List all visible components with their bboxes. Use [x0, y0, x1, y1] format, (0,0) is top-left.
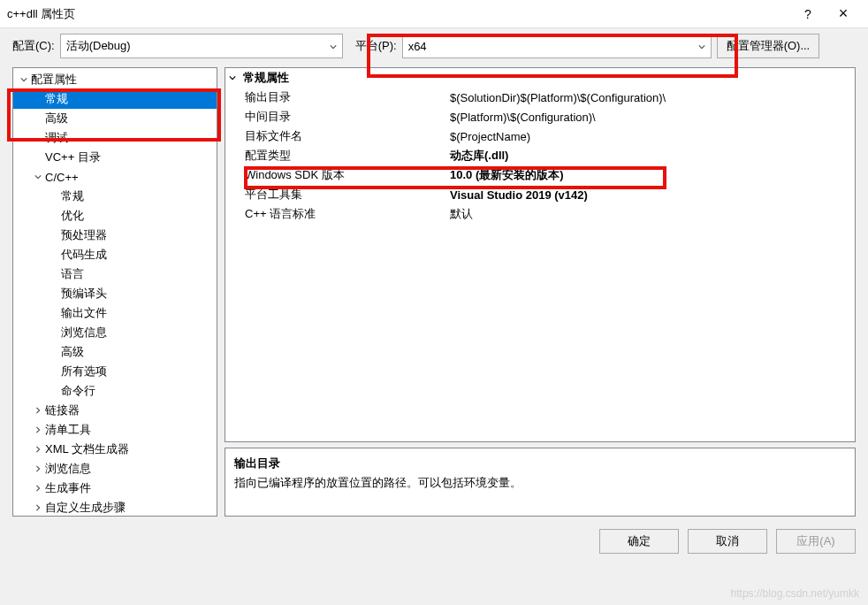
tree-item[interactable]: 配置属性 — [13, 70, 217, 89]
property-row[interactable]: C++ 语言标准默认 — [225, 204, 855, 224]
tree-item[interactable]: XML 文档生成器 — [13, 440, 217, 459]
tree-item-label: 输出文件 — [59, 305, 107, 321]
tree-item[interactable]: 常规 — [13, 187, 217, 206]
property-value: 动态库(.dll) — [445, 148, 855, 164]
tree-item[interactable]: 常规 — [13, 89, 217, 109]
tree-item[interactable]: 预编译头 — [13, 284, 217, 303]
dialog-buttons: 确定 取消 应用(A) — [0, 529, 856, 554]
tree-item-label: 浏览信息 — [43, 461, 91, 477]
ok-button[interactable]: 确定 — [599, 529, 679, 554]
property-name: 配置类型 — [225, 148, 445, 164]
property-value: 默认 — [445, 206, 855, 222]
tree-item-label: 自定义生成步骤 — [43, 500, 126, 516]
tree-item-label: 浏览信息 — [59, 325, 107, 341]
property-name: Windows SDK 版本 — [225, 167, 445, 183]
expand-icon — [33, 172, 43, 182]
right-panel: 常规属性 输出目录$(SolutionDir)$(Platform)\$(Con… — [225, 67, 856, 517]
tree-item[interactable]: 调试 — [13, 128, 217, 148]
config-manager-button[interactable]: 配置管理器(O)... — [717, 34, 820, 58]
chevron-down-icon — [698, 40, 705, 53]
tree-item-label: 语言 — [59, 266, 84, 282]
close-button[interactable]: × — [826, 4, 861, 23]
property-row[interactable]: 输出目录$(SolutionDir)$(Platform)\$(Configur… — [225, 88, 855, 107]
tree-item-label: 高级 — [43, 111, 68, 126]
property-value: $(SolutionDir)$(Platform)\$(Configuratio… — [445, 91, 855, 104]
property-value: $(ProjectName) — [445, 130, 855, 143]
platform-value: x64 — [408, 40, 427, 53]
tree-item[interactable]: 输出文件 — [13, 303, 217, 323]
tree-item[interactable]: 优化 — [13, 206, 217, 226]
tree-item-label: 优化 — [59, 208, 84, 224]
titlebar: c++dll 属性页 ? × — [0, 0, 868, 28]
tree-item[interactable]: 浏览信息 — [13, 323, 217, 342]
property-name: 输出目录 — [225, 89, 445, 105]
desc-text: 指向已编译程序的放置位置的路径。可以包括环境变量。 — [234, 475, 846, 491]
property-name: 中间目录 — [225, 109, 445, 125]
expand-icon — [33, 484, 43, 494]
description-panel: 输出目录 指向已编译程序的放置位置的路径。可以包括环境变量。 — [225, 448, 856, 517]
tree-item[interactable]: 预处理器 — [13, 226, 217, 245]
tree-item[interactable]: 生成事件 — [13, 479, 217, 498]
property-name: C++ 语言标准 — [225, 206, 445, 222]
config-label: 配置(C): — [12, 38, 55, 54]
property-row[interactable]: 配置类型动态库(.dll) — [225, 146, 855, 165]
tree-item-label: 常规 — [59, 188, 84, 204]
tree-item[interactable]: 代码生成 — [13, 245, 217, 264]
tree-item[interactable]: 高级 — [13, 109, 217, 128]
tree-item-label: 高级 — [59, 344, 84, 360]
platform-label: 平台(P): — [355, 38, 397, 54]
tree-item-label: 命令行 — [59, 383, 95, 399]
expand-icon — [33, 425, 43, 435]
tree-item-label: 预处理器 — [59, 227, 107, 243]
property-row[interactable]: 中间目录$(Platform)\$(Configuration)\ — [225, 107, 855, 126]
tree-item[interactable]: VC++ 目录 — [13, 148, 217, 167]
cancel-button[interactable]: 取消 — [688, 529, 767, 554]
expand-icon — [33, 464, 43, 474]
content-area: 配置属性常规高级调试VC++ 目录C/C++常规优化预处理器代码生成语言预编译头… — [12, 67, 856, 517]
tree-item[interactable]: 清单工具 — [13, 420, 217, 440]
platform-combo[interactable]: x64 — [402, 34, 712, 58]
expand-icon — [19, 75, 29, 85]
tree-item-label: 预编译头 — [59, 286, 107, 302]
property-name: 目标文件名 — [225, 128, 445, 144]
tree-panel[interactable]: 配置属性常规高级调试VC++ 目录C/C++常规优化预处理器代码生成语言预编译头… — [12, 67, 217, 517]
tree-item[interactable]: 浏览信息 — [13, 459, 217, 479]
property-row[interactable]: 平台工具集Visual Studio 2019 (v142) — [225, 185, 855, 204]
tree-item-label: 代码生成 — [59, 247, 107, 263]
tree-item[interactable]: 自定义生成步骤 — [13, 498, 217, 517]
tree-item[interactable]: 语言 — [13, 264, 217, 284]
chevron-down-icon — [330, 40, 337, 53]
tree-item[interactable]: 链接器 — [13, 401, 217, 420]
tree-item-label: 常规 — [43, 91, 68, 107]
desc-name: 输出目录 — [234, 456, 846, 471]
tree-item-label: 链接器 — [43, 402, 80, 418]
collapse-icon — [229, 73, 240, 83]
tree-item[interactable]: 所有选项 — [13, 362, 217, 381]
apply-button[interactable]: 应用(A) — [776, 529, 856, 554]
property-grid[interactable]: 常规属性 输出目录$(SolutionDir)$(Platform)\$(Con… — [225, 67, 856, 442]
config-value: 活动(Debug) — [66, 38, 131, 54]
watermark: https://blog.csdn.net/yumkk — [731, 587, 859, 600]
tree-item-label: 所有选项 — [59, 364, 107, 379]
property-name: 平台工具集 — [225, 187, 445, 203]
window-title: c++dll 属性页 — [7, 6, 790, 22]
tree-item[interactable]: C/C++ — [13, 167, 217, 187]
category-header[interactable]: 常规属性 — [225, 68, 855, 88]
property-value: Visual Studio 2019 (v142) — [445, 188, 855, 202]
tree-item-label: VC++ 目录 — [43, 149, 101, 165]
tree-item-label: C/C++ — [43, 171, 79, 184]
property-value: 10.0 (最新安装的版本) — [445, 167, 855, 183]
tree-item[interactable]: 命令行 — [13, 381, 217, 401]
config-combo[interactable]: 活动(Debug) — [60, 34, 343, 58]
expand-icon — [33, 445, 43, 455]
tree-item-label: 清单工具 — [43, 422, 91, 438]
tree-item-label: 调试 — [43, 130, 68, 146]
category-label: 常规属性 — [240, 70, 289, 86]
tree-item[interactable]: 高级 — [13, 342, 217, 362]
tree-item-label: XML 文档生成器 — [43, 441, 129, 457]
property-row[interactable]: 目标文件名$(ProjectName) — [225, 126, 855, 146]
property-row[interactable]: Windows SDK 版本10.0 (最新安装的版本) — [225, 165, 855, 185]
tree-item-label: 生成事件 — [43, 480, 91, 496]
help-button[interactable]: ? — [790, 7, 826, 21]
expand-icon — [33, 406, 43, 416]
